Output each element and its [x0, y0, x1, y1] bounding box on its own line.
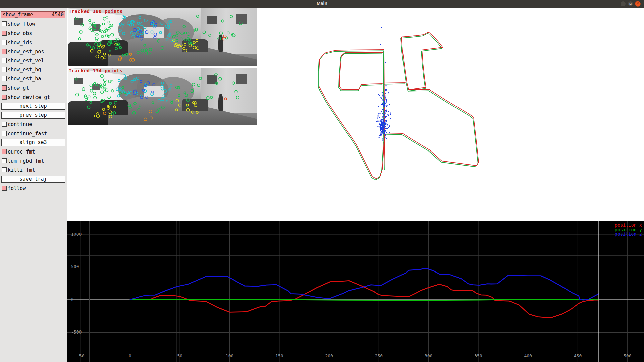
x-tick-label: 0: [129, 353, 131, 358]
checkbox-label-show_device_gt: show_device_gt: [8, 94, 50, 101]
checkbox-label-show_est_pos: show_est_pos: [8, 48, 44, 55]
x-tick-label: 350: [474, 353, 482, 358]
sidebar-row-show_est_bg: show_est_bg: [0, 66, 67, 74]
sidebar-row-prev_step: prev_step: [0, 112, 67, 120]
checkbox-label-show_est_vel: show_est_vel: [8, 57, 44, 64]
slider-label: show_frame: [3, 12, 33, 18]
checkbox-show_est_bg[interactable]: [2, 67, 7, 72]
position-plot-canvas[interactable]: -500501001502002503003504004505001000500…: [67, 221, 644, 362]
sidebar-row-follow: follow: [0, 185, 67, 193]
x-tick-label: 500: [624, 353, 631, 358]
checkbox-continue[interactable]: [2, 122, 7, 127]
x-tick-label: 50: [177, 353, 182, 358]
checkbox-show_gt[interactable]: [2, 85, 7, 90]
close-icon[interactable]: ✕: [635, 1, 641, 7]
checkbox-show_flow[interactable]: [2, 21, 7, 26]
checkbox-follow[interactable]: [2, 186, 7, 191]
save_traj-button[interactable]: save_traj: [1, 176, 65, 183]
titlebar: Main – ▫ ✕: [0, 0, 644, 8]
checkbox-label-show_flow: show_flow: [8, 21, 35, 28]
checkbox-show_est_ba[interactable]: [2, 76, 7, 81]
checkbox-show_est_vel[interactable]: [2, 58, 7, 63]
tracked-points-label: Tracked 134 points: [69, 68, 123, 73]
sidebar-row-show_est_vel: show_est_vel: [0, 57, 67, 65]
checkbox-show_ids[interactable]: [2, 40, 7, 45]
checkbox-label-show_est_ba: show_est_ba: [8, 75, 41, 82]
prev_step-button[interactable]: prev_step: [1, 112, 65, 119]
tracked-points-label: Tracked 180 points: [69, 9, 123, 14]
sidebar-panel: show_frame4540show_flowshow_obsshow_idss…: [0, 8, 67, 362]
sidebar-row-show_frame: show_frame4540: [0, 11, 67, 19]
y-tick-label: 500: [71, 264, 79, 269]
sidebar-row-save_traj: save_traj: [0, 176, 67, 184]
var-slider-show_frame[interactable]: show_frame4540: [1, 11, 65, 18]
checkbox-label-continue_fast: continue_fast: [8, 130, 47, 137]
x-tick-label: 100: [226, 353, 233, 358]
y-tick-label: 1000: [71, 232, 82, 237]
y-tick-label: -500: [71, 329, 82, 335]
sidebar-row-continue_fast: continue_fast: [0, 130, 67, 138]
window-title: Main: [0, 1, 644, 6]
trajectory-3d-view[interactable]: [67, 8, 644, 221]
sidebar-row-show_ids: show_ids: [0, 39, 67, 47]
checkbox-label-show_obs: show_obs: [8, 30, 32, 37]
x-tick-label: 200: [325, 353, 333, 358]
x-tick-label: 400: [524, 353, 532, 358]
checkbox-label-show_est_bg: show_est_bg: [8, 66, 41, 73]
checkbox-kitti_fmt[interactable]: [2, 167, 7, 172]
checkbox-label-show_ids: show_ids: [8, 39, 32, 46]
checkbox-label-follow: follow: [8, 185, 26, 192]
checkbox-tum_rgbd_fmt[interactable]: [2, 158, 7, 163]
checkbox-show_est_pos[interactable]: [2, 49, 7, 54]
x-tick-label: 450: [574, 353, 582, 358]
sidebar-row-tum_rgbd_fmt: tum_rgbd_fmt: [0, 157, 67, 165]
checkbox-label-kitti_fmt: kitti_fmt: [8, 167, 35, 174]
sidebar-row-align_se3: align_se3: [0, 139, 67, 147]
sidebar-row-continue: continue: [0, 121, 67, 129]
sidebar-row-show_gt: show_gt: [0, 84, 67, 93]
window-controls: – ▫ ✕: [620, 1, 641, 7]
checkbox-show_obs[interactable]: [2, 31, 7, 36]
checkbox-label-show_gt: show_gt: [8, 85, 29, 92]
sidebar-row-show_device_gt: show_device_gt: [0, 94, 67, 102]
main-window: Main – ▫ ✕ show_frame4540show_flowshow_o…: [0, 0, 644, 362]
checkbox-label-tum_rgbd_fmt: tum_rgbd_fmt: [8, 158, 44, 165]
align_se3-button[interactable]: align_se3: [1, 139, 65, 146]
x-tick-label: 300: [425, 353, 432, 358]
checkbox-continue_fast[interactable]: [2, 131, 7, 136]
sidebar-row-show_obs: show_obs: [0, 29, 67, 38]
slider-value: 4540: [52, 12, 64, 18]
next_step-button[interactable]: next_step: [1, 103, 65, 110]
legend-item-2: position z: [615, 231, 642, 237]
sidebar-row-next_step: next_step: [0, 103, 67, 111]
checkbox-show_device_gt[interactable]: [2, 95, 7, 100]
maximize-icon[interactable]: ▫: [628, 1, 633, 7]
checkbox-label-continue: continue: [8, 121, 32, 128]
sidebar-row-euroc_fmt: euroc_fmt: [0, 148, 67, 156]
checkbox-label-euroc_fmt: euroc_fmt: [8, 148, 35, 156]
x-tick-label: 250: [375, 353, 383, 358]
viewer-area: Tracked 180 points Tracked 134 points: [67, 8, 644, 221]
x-tick-label: 150: [275, 353, 283, 358]
x-tick-label: -50: [76, 353, 84, 358]
sidebar-row-kitti_fmt: kitti_fmt: [0, 166, 67, 174]
y-tick-label: 0: [71, 297, 74, 302]
checkbox-euroc_fmt[interactable]: [2, 149, 7, 154]
position-plot-panel: -500501001502002503003504004505001000500…: [67, 221, 644, 362]
minimize-icon[interactable]: –: [620, 1, 626, 7]
sidebar-row-show_flow: show_flow: [0, 20, 67, 28]
sidebar-row-show_est_pos: show_est_pos: [0, 48, 67, 56]
sidebar-row-show_est_ba: show_est_ba: [0, 75, 67, 83]
